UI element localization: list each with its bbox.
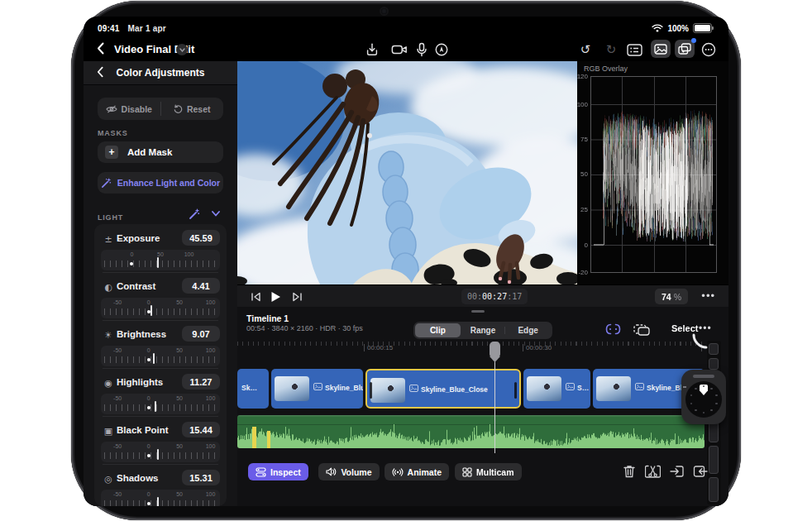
import-icon[interactable] — [363, 41, 381, 59]
collapse-chevron-icon[interactable] — [212, 211, 220, 217]
playhead-handle[interactable] — [490, 342, 500, 358]
effects-button[interactable] — [675, 40, 695, 58]
jog-wheel[interactable] — [681, 370, 726, 424]
slider-cursor[interactable] — [155, 401, 156, 412]
multicam-icon — [462, 467, 472, 477]
slider-ruler[interactable]: -50050100 — [101, 490, 220, 506]
jog-grab-handle[interactable] — [693, 375, 714, 378]
disable-button[interactable]: Disable — [98, 98, 160, 120]
undo-icon[interactable]: ↺ — [576, 41, 595, 59]
slider-cursor[interactable] — [150, 305, 152, 316]
slider-label: Black Point — [117, 425, 169, 435]
slider-cursor[interactable] — [153, 353, 155, 364]
slider-default-dot — [130, 262, 133, 265]
delete-icon[interactable] — [621, 463, 638, 480]
timeline-clip[interactable]: S… — [523, 369, 590, 409]
photo-icon — [566, 383, 575, 390]
slider-value[interactable]: 45.59 — [182, 230, 220, 246]
play-button[interactable] — [269, 290, 282, 303]
slider-ruler[interactable]: -50050100 — [101, 394, 220, 414]
overwrite-clip-icon[interactable] — [692, 463, 709, 480]
animate-icon — [392, 467, 404, 477]
title-bar: Video Final Edit ↺ ↻ — [84, 38, 728, 61]
contrast-icon: ◐ — [103, 282, 113, 293]
timeline-clip[interactable]: Skyline_Blue_Wide — [271, 369, 363, 409]
waveform-scope-canvas — [590, 76, 717, 273]
timeline-drag-handle[interactable] — [471, 310, 485, 313]
snapping-icon[interactable] — [604, 321, 622, 337]
slider-value[interactable]: 11.27 — [182, 374, 220, 390]
timeline-clip[interactable]: Skyline_Blue_Close — [365, 369, 521, 409]
enhance-light-color-button[interactable]: Enhance Light and Color — [98, 172, 223, 194]
transport-bar: 00:00:27:17 74 % ••• — [237, 284, 728, 308]
slider-ruler[interactable]: 050100 — [101, 250, 220, 270]
highlights-icon: ◉ — [103, 378, 113, 389]
slider-contrast: ◐Contrast4.41-50050100 — [94, 272, 227, 320]
auto-enhance-icon[interactable] — [189, 208, 200, 220]
back-chevron-icon[interactable] — [97, 42, 104, 55]
animate-button[interactable]: Animate — [385, 463, 449, 480]
segment-range[interactable]: Range — [461, 323, 506, 337]
track-height-segment[interactable] — [709, 358, 719, 370]
slider-value[interactable]: 9.07 — [182, 326, 220, 342]
skip-back-icon[interactable] — [249, 290, 262, 303]
light-sliders-card: ±Exposure45.59050100◐Contrast4.41-500501… — [94, 224, 227, 506]
slider-cursor[interactable] — [157, 497, 159, 506]
plus-icon: + — [105, 146, 118, 159]
slider-value[interactable]: 15.44 — [182, 422, 220, 437]
ruler-timestamp: 00:00:15 — [364, 344, 393, 351]
segment-clip[interactable]: Clip — [415, 323, 461, 337]
slider-value[interactable]: 4.41 — [182, 278, 220, 294]
select-tool-icon[interactable] — [633, 321, 651, 337]
clip-name: S… — [577, 384, 589, 392]
slider-value[interactable]: 15.31 — [182, 470, 220, 485]
exposure-icon: ± — [103, 234, 113, 245]
add-mask-button[interactable]: + Add Mask — [98, 141, 223, 163]
volume-button[interactable]: Volume — [318, 463, 379, 480]
inspect-button[interactable]: Inspect — [248, 463, 308, 480]
black-point-icon: ▣ — [103, 426, 113, 437]
media-browser-button[interactable] — [651, 40, 671, 58]
scope-axis-label: 100 — [505, 101, 588, 108]
timecode-display[interactable]: 00:00:27:17 — [461, 289, 528, 304]
timeline-name[interactable]: Timeline 1 — [246, 313, 289, 323]
pointer-circle-icon[interactable] — [432, 41, 451, 59]
jog-dial[interactable] — [685, 381, 722, 418]
redo-icon[interactable]: ↻ — [602, 41, 620, 59]
slider-ruler[interactable]: -50050100 — [101, 298, 220, 318]
timeline-clip[interactable]: Sk… — [237, 369, 269, 409]
clip-thumbnail — [596, 376, 631, 401]
microphone-icon[interactable] — [413, 41, 431, 59]
clip-name: Skyline_Blue_Wide — [325, 384, 363, 392]
blade-icon[interactable] — [644, 463, 661, 480]
project-menu-chevron-icon[interactable] — [176, 44, 188, 55]
transport-more-icon[interactable]: ••• — [701, 289, 715, 302]
ipad-device-frame: 09:41 Mar 1 apr 100% Video Final Edit — [71, 1, 741, 520]
skip-forward-icon[interactable] — [290, 290, 303, 303]
zoom-level-control[interactable]: 74 % — [655, 289, 688, 304]
timeline-ruler[interactable]: 00:00:1500:00:3000:00:45 — [237, 341, 705, 356]
slider-cursor[interactable] — [157, 449, 159, 460]
trim-handle-right[interactable] — [514, 382, 517, 399]
audio-track-clip[interactable] — [237, 415, 705, 448]
timeline-meta: 00:54 · 3840 × 2160 · HDR · 30 fps — [246, 324, 363, 332]
camera-icon[interactable] — [390, 41, 408, 59]
slider-ruler[interactable]: -50050100 — [101, 442, 220, 462]
reset-button[interactable]: Reset — [161, 98, 224, 120]
slider-ruler[interactable]: -50050100 — [101, 346, 220, 366]
photo-icon — [409, 385, 418, 392]
photo-icon — [635, 383, 644, 390]
more-options-icon[interactable] — [700, 41, 718, 59]
insert-clip-icon[interactable] — [669, 463, 685, 480]
audio-waveform-canvas — [237, 415, 705, 448]
slider-cursor[interactable] — [157, 257, 159, 268]
disable-reset-group: Disable Reset — [98, 98, 223, 120]
multicam-button[interactable]: Multicam — [455, 463, 522, 480]
segment-edge[interactable]: Edge — [505, 323, 551, 337]
light-section-header[interactable]: LIGHT — [98, 208, 223, 220]
inspector-icon[interactable] — [625, 41, 643, 59]
panel-title: Color Adjustments — [84, 67, 237, 79]
notification-dot — [691, 38, 696, 43]
brightness-icon: ☀ — [103, 330, 113, 341]
trim-handle-left[interactable] — [370, 382, 372, 399]
